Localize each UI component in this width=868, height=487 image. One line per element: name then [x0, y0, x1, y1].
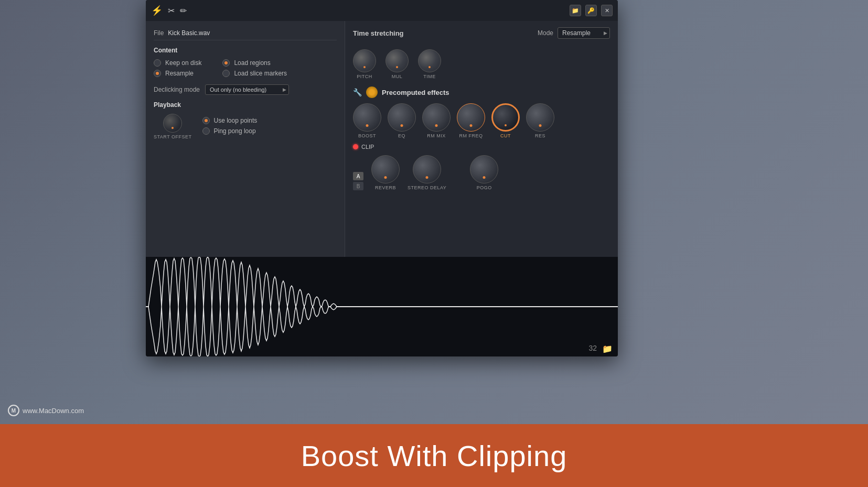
content-title: Content: [154, 47, 337, 54]
rm-freq-label: RM FREQ: [459, 133, 483, 138]
clip-led: [353, 144, 358, 149]
res-knob-container: RES: [526, 103, 554, 138]
eq-knob[interactable]: [388, 103, 416, 132]
mul-label: MUL: [392, 74, 403, 79]
title-bar: ⚡ ✂ ✏ 📁 🔑 ✕: [146, 0, 618, 21]
mode-dropdown[interactable]: Resample ▶: [558, 27, 610, 39]
stereo-delay-dot: [426, 176, 428, 179]
rm-freq-dot: [470, 124, 473, 127]
banner-text: Boost With Clipping: [301, 439, 567, 473]
load-slice-label: Load slice markers: [234, 70, 287, 77]
keep-on-disk-option[interactable]: Keep on disk: [154, 59, 201, 67]
folder-button[interactable]: 📁: [570, 5, 581, 16]
watermark-icon: M: [8, 405, 19, 416]
corner-number: 32: [588, 344, 597, 352]
effects-row-1: BOOST EQ RM MIX: [353, 103, 610, 138]
start-offset-knob[interactable]: [163, 114, 182, 133]
reverb-knob[interactable]: [371, 155, 400, 183]
mul-knob-container: MUL: [385, 49, 409, 79]
bottom-banner: Boost With Clipping: [0, 424, 868, 487]
boost-knob[interactable]: [353, 103, 381, 132]
stereo-delay-knob-container: STEREO DELAY: [408, 155, 446, 190]
stereo-delay-label: STEREO DELAY: [408, 185, 446, 190]
left-panel: File Kick Basic.wav Content Keep on disk…: [146, 21, 345, 257]
cut-knob[interactable]: [491, 103, 520, 132]
resample-radio[interactable]: [154, 70, 161, 77]
pitch-knob-container: PITCH: [353, 49, 376, 79]
eq-dot: [401, 124, 403, 127]
ping-pong-option[interactable]: Ping pong loop: [202, 127, 258, 135]
time-label: TIME: [423, 74, 436, 79]
time-stretching-title: Time stretching: [353, 29, 404, 37]
lightning-icon: ⚡: [151, 5, 163, 16]
pitch-knob[interactable]: [353, 49, 376, 72]
mul-dot: [396, 66, 398, 68]
playback-title: Playback: [154, 101, 337, 109]
use-loop-label: Use loop points: [214, 117, 258, 124]
watermark-url: www.MacDown.com: [23, 407, 84, 415]
load-regions-option[interactable]: Load regions: [222, 59, 287, 67]
mode-arrow: ▶: [604, 30, 607, 36]
use-loop-points-option[interactable]: Use loop points: [202, 117, 258, 124]
load-options-group: Load regions Load slice markers: [222, 59, 287, 77]
resample-option[interactable]: Resample: [154, 70, 201, 77]
declicking-label: Declicking mode: [154, 86, 200, 93]
time-knob[interactable]: [418, 49, 441, 72]
reverb-row: A B REVERB STEREO DELAY: [353, 155, 610, 190]
scissors-icon: ✂: [168, 6, 175, 16]
res-knob[interactable]: [526, 103, 554, 132]
close-button[interactable]: ✕: [601, 5, 613, 16]
file-row: File Kick Basic.wav: [154, 26, 337, 40]
declicking-arrow: ▶: [283, 87, 286, 92]
resample-label: Resample: [165, 70, 194, 77]
right-panel: Time stretching Mode Resample ▶ PITCH: [345, 21, 618, 257]
cut-label: CUT: [500, 133, 511, 138]
rm-freq-knob[interactable]: [457, 103, 485, 132]
content-radio-group: Keep on disk Resample: [154, 59, 201, 77]
start-offset-knob-container: START OFFSET: [154, 114, 192, 139]
keep-on-disk-label: Keep on disk: [165, 59, 201, 67]
rm-mix-knob[interactable]: [422, 103, 451, 132]
mode-label: Mode: [538, 29, 553, 37]
load-regions-label: Load regions: [234, 59, 270, 67]
playback-row: START OFFSET Use loop points Ping pong l…: [154, 114, 337, 139]
waveform-svg: [146, 257, 618, 356]
use-loop-radio[interactable]: [202, 117, 210, 124]
boost-label: BOOST: [358, 133, 376, 138]
file-name: Kick Basic.wav: [168, 29, 210, 37]
light-icon: [366, 86, 378, 98]
pogo-label: POGO: [477, 185, 492, 190]
pogo-knob[interactable]: [470, 155, 498, 183]
time-knob-container: TIME: [418, 49, 441, 79]
folder-icon: 📁: [602, 344, 613, 354]
key-button[interactable]: 🔑: [585, 5, 597, 16]
content-options-row: Keep on disk Resample Load regions Load …: [154, 59, 337, 84]
a-button[interactable]: A: [353, 172, 363, 180]
pogo-knob-container: POGO: [470, 155, 498, 190]
reverb-dot: [384, 176, 387, 179]
load-slice-radio[interactable]: [222, 70, 230, 77]
watermark: M www.MacDown.com: [8, 405, 84, 416]
reverb-label: REVERB: [375, 185, 396, 190]
boost-knob-container: BOOST: [353, 103, 381, 138]
clip-label: CLIP: [361, 144, 374, 150]
rm-mix-knob-container: RM MIX: [422, 103, 451, 138]
res-label: RES: [535, 133, 545, 138]
ping-pong-radio[interactable]: [202, 127, 210, 135]
rm-mix-label: RM MIX: [427, 133, 446, 138]
reverb-knob-container: REVERB: [371, 155, 400, 190]
load-slice-option[interactable]: Load slice markers: [222, 70, 287, 77]
stereo-delay-knob[interactable]: [413, 155, 441, 183]
mul-knob[interactable]: [385, 49, 409, 72]
mode-row: Mode Resample ▶: [538, 27, 610, 39]
keep-on-disk-radio[interactable]: [154, 59, 161, 67]
time-stretching-knobs: PITCH MUL TIME: [353, 49, 610, 79]
load-regions-radio[interactable]: [222, 59, 230, 67]
start-offset-label: START OFFSET: [154, 134, 192, 139]
declicking-dropdown[interactable]: Out only (no bleeding) ▶: [205, 84, 289, 95]
pencil-icon: ✏: [180, 6, 187, 16]
waveform-area: 32 📁: [146, 257, 618, 356]
b-button[interactable]: B: [353, 182, 363, 190]
cut-knob-container: CUT: [491, 103, 520, 138]
cut-dot: [505, 124, 507, 126]
